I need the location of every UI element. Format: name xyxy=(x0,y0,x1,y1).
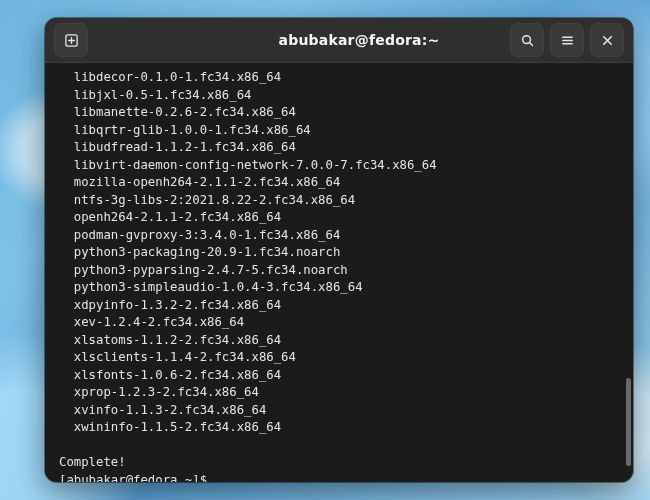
close-icon xyxy=(600,33,615,48)
terminal-body: libdecor-0.1.0-1.fc34.x86_64 libjxl-0.5-… xyxy=(45,63,633,482)
desktop-background: abubakar@fedora:~ xyxy=(0,0,650,500)
new-tab-button[interactable] xyxy=(54,23,88,57)
new-tab-icon xyxy=(64,33,79,48)
search-button[interactable] xyxy=(510,23,544,57)
menu-button[interactable] xyxy=(550,23,584,57)
search-icon xyxy=(520,33,535,48)
close-button[interactable] xyxy=(590,23,624,57)
terminal-output[interactable]: libdecor-0.1.0-1.fc34.x86_64 libjxl-0.5-… xyxy=(45,63,624,482)
scrollbar-track[interactable] xyxy=(624,63,633,482)
titlebar: abubakar@fedora:~ xyxy=(45,18,633,63)
window-title: abubakar@fedora:~ xyxy=(211,32,507,48)
hamburger-icon xyxy=(560,33,575,48)
scrollbar-thumb[interactable] xyxy=(626,378,631,466)
terminal-window: abubakar@fedora:~ xyxy=(45,18,633,482)
